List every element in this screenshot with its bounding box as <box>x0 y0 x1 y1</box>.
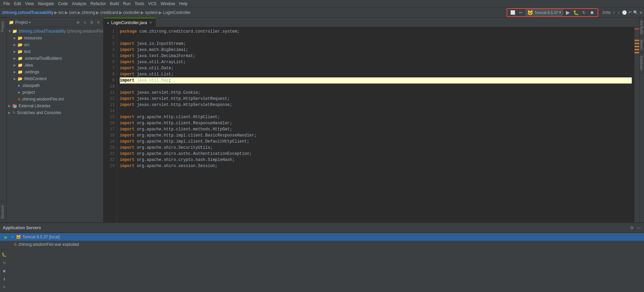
tomcat-icon: 🐱 <box>527 10 533 15</box>
project-file-icon: ● <box>18 90 20 95</box>
project-dropdown-icon[interactable]: ▾ <box>29 21 31 24</box>
menu-navigate[interactable]: Navigate <box>36 1 56 6</box>
menu-refactor[interactable]: Refactor <box>89 1 108 6</box>
code-line-7: import java.util.Date; <box>120 65 632 71</box>
web-label: WebContent <box>24 76 47 81</box>
line-numbers: 1234567891011121314151617181920212223 <box>103 27 117 222</box>
settings-arrow-icon: ▶ <box>14 70 18 74</box>
code-line-20: import org.apache.shiro.SecurityUtils; <box>120 145 632 151</box>
window-layout-button[interactable]: ⬜ <box>509 9 516 16</box>
settings-gear-button[interactable]: ⚙ <box>629 225 634 231</box>
project-name[interactable]: zhirong.zsfoodTraceability <box>2 10 53 15</box>
svn-undo-icon[interactable]: ↶ <box>628 10 632 15</box>
settings-button[interactable]: ⚙ <box>89 20 94 25</box>
server-expand-arrow: ▼ <box>11 235 14 239</box>
menu-vcs[interactable]: VCS <box>146 1 159 6</box>
run-server-button[interactable]: ▶ <box>3 234 10 240</box>
debug-button[interactable]: 🐛 <box>572 9 579 16</box>
maven-tab[interactable]: Maven <box>640 37 644 53</box>
nav-system[interactable]: system <box>145 10 158 15</box>
menu-code[interactable]: Code <box>56 1 70 6</box>
tab-project-left[interactable]: Project <box>0 18 6 35</box>
tab-close-button[interactable]: ✕ <box>149 21 152 24</box>
stop-button[interactable]: ⏹ <box>589 9 595 16</box>
menu-window[interactable]: Window <box>158 1 177 6</box>
code-line-12: import javax.servlet.http.HttpServletReq… <box>120 96 632 102</box>
server-tomcat[interactable]: ▶ ▼ 🐱 Tomcat 8.5.37 [local] <box>0 233 644 241</box>
tree-test[interactable]: ▶ 📂 test <box>7 48 103 55</box>
project-title-label: Project <box>15 20 28 25</box>
nav-src[interactable]: src <box>58 10 64 15</box>
tab-file-icon: ● <box>107 21 109 25</box>
editor-tab-logincontroller[interactable]: ● LoginController.java ✕ <box>103 18 156 27</box>
code-line-8: import java.util.List; <box>120 71 632 77</box>
tree-src[interactable]: ▶ 📂 src <box>7 41 103 48</box>
menu-edit[interactable]: Edit <box>12 1 23 6</box>
iml-file-icon: ⚙ <box>18 97 21 101</box>
svn-more-icon[interactable]: ≡ <box>640 10 642 15</box>
menu-run[interactable]: Run <box>121 1 133 6</box>
resources-folder-icon: 📂 <box>18 36 23 40</box>
nav-logincontroller[interactable]: LoginController <box>163 10 190 15</box>
run-button[interactable]: ▶ <box>564 9 571 16</box>
tree-settings[interactable]: ▶ 📁 .settings <box>7 69 103 75</box>
run-toolbar: ⬜ ↩ 🐱 Tomcat 8.5.37 ▾ ▶ 🐛 ↻ ⏹ <box>507 8 598 17</box>
tree-iml[interactable]: ▶ ⚙ zhirong.wisdomFire.iml <box>7 96 103 103</box>
debug-server-button[interactable]: 🐛 <box>1 251 7 258</box>
tree-classpath[interactable]: ▶ ● .classpath <box>7 82 103 89</box>
menu-build[interactable]: Build <box>108 1 121 6</box>
tree-resources[interactable]: ▶ 📂 resources <box>7 35 103 41</box>
error-mark-orange4 <box>634 49 639 50</box>
code-content[interactable]: package com.zhirong.creditcard.controlle… <box>117 27 634 222</box>
tree-project-file[interactable]: ▶ ● .project <box>7 89 103 96</box>
nav-com[interactable]: com <box>69 10 77 15</box>
tree-idea[interactable]: ▶ 📁 .idea <box>7 62 103 69</box>
locate-button[interactable]: ⊕ <box>75 20 81 25</box>
menu-view[interactable]: View <box>23 1 36 6</box>
error-mark-orange2 <box>634 43 639 44</box>
breadcrumb: zhirong.zsfoodTraceability ▶ src ▶ com ▶… <box>2 10 505 15</box>
tree-root[interactable]: ▼ 📁 zhirong.zsfoodTraceability [zhirong.… <box>7 28 103 35</box>
menu-tools[interactable]: Tools <box>133 1 146 6</box>
code-line-5: import java.text.DecimalFormat; <box>120 53 632 59</box>
svn-check2[interactable]: ✓ <box>617 10 621 15</box>
tab-structure[interactable]: Structure <box>0 201 6 222</box>
edit-button[interactable]: ✎ <box>1 284 7 291</box>
minimize-button[interactable]: — <box>636 225 641 231</box>
menu-help[interactable]: Help <box>177 1 190 6</box>
error-mark-orange3 <box>634 46 639 47</box>
tree-external-libraries[interactable]: ▶ 📚 External Libraries <box>7 103 103 109</box>
ant-build-tab[interactable]: Ant Build <box>640 18 644 37</box>
collapse-all-button[interactable]: ≡ <box>82 20 88 25</box>
resources-arrow-icon: ▶ <box>14 36 18 40</box>
update-button[interactable]: ↻ <box>1 259 7 266</box>
nav-creditcard[interactable]: creditcard <box>100 10 118 15</box>
database-tab[interactable]: Database <box>640 53 644 73</box>
tree-external-builders[interactable]: ▶ 📁 .externalToolBuilders <box>7 55 103 62</box>
nav-controller[interactable]: controller <box>123 10 140 15</box>
test-label: test <box>24 49 31 54</box>
error-mark-orange5 <box>634 52 639 53</box>
code-line-18: import org.apache.http.impl.client.Basic… <box>120 132 632 139</box>
close-panel-button[interactable]: ✕ <box>96 20 101 25</box>
project-panel-header: 📁 Project ▾ ⊕ ≡ ⚙ ✕ <box>7 18 103 27</box>
svn-search-icon[interactable]: 🔍 <box>633 10 638 15</box>
reload-button[interactable]: ↻ <box>581 9 587 16</box>
tree-scratches[interactable]: ▶ ✎ Scratches and Consoles <box>7 109 103 116</box>
idea-folder-icon: 📁 <box>18 63 23 68</box>
code-line-9: import java.util.Map; <box>120 77 632 84</box>
menu-analyze[interactable]: Analyze <box>70 1 89 6</box>
nav-zhirong[interactable]: zhirong <box>82 10 95 15</box>
project-title: 📁 Project ▾ <box>9 20 31 25</box>
classpath-label: .classpath <box>21 83 40 88</box>
scroll-to-end-button[interactable]: ⬇ <box>1 276 7 282</box>
run-config-selector[interactable]: 🐱 Tomcat 8.5.37 ▾ <box>526 9 563 16</box>
settings-label: .settings <box>24 70 39 74</box>
tree-webcontent[interactable]: ▶ 📂 WebContent <box>7 75 103 82</box>
server-war[interactable]: ⚙ zhirong.wisdomFire:war exploded <box>0 241 644 248</box>
svn-check1[interactable]: ✓ <box>612 10 616 15</box>
stop-server-button[interactable]: ⏹ <box>1 268 7 274</box>
svn-clock-icon[interactable]: 🕐 <box>622 10 627 15</box>
menu-file[interactable]: File <box>1 1 12 6</box>
back-button[interactable]: ↩ <box>517 9 524 16</box>
